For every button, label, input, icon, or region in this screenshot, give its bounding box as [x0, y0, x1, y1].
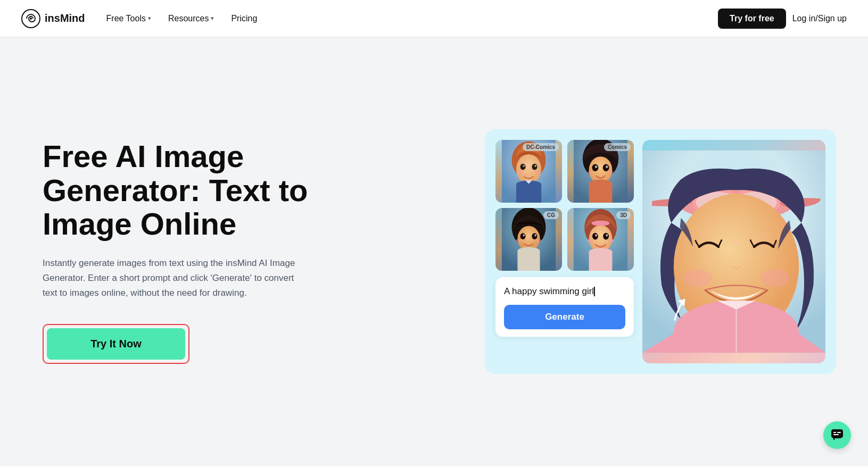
brand-name: insMind	[45, 12, 85, 24]
svg-point-32	[592, 221, 610, 226]
svg-point-26	[534, 234, 536, 236]
badge-dc-comics: DC-Comics	[523, 143, 559, 151]
demo-left: DC-Comics	[495, 140, 634, 363]
nav-pricing[interactable]: Pricing	[231, 14, 257, 23]
image-cell-4: 3D	[567, 208, 634, 271]
nav-free-tools[interactable]: Free Tools ▾	[106, 14, 151, 23]
svg-point-25	[523, 234, 525, 236]
chat-icon	[830, 428, 844, 442]
svg-point-8	[534, 165, 536, 167]
svg-rect-52	[833, 434, 839, 435]
svg-point-31	[589, 225, 613, 252]
svg-point-33	[592, 233, 598, 240]
svg-point-9	[517, 170, 523, 174]
nav-resources[interactable]: Resources ▾	[168, 14, 214, 23]
svg-point-27	[516, 239, 522, 243]
hero-title: Free AI Image Generator: Text to Image O…	[43, 139, 341, 241]
header-right: Try for free Log in/Sign up	[718, 9, 847, 29]
hero-left: Free AI Image Generator: Text to Image O…	[43, 139, 341, 364]
svg-point-28	[535, 239, 542, 243]
svg-point-17	[606, 165, 608, 168]
svg-point-36	[606, 234, 608, 237]
image-cell-2: Comics	[567, 140, 634, 203]
svg-point-15	[603, 164, 609, 171]
svg-point-48	[760, 269, 789, 287]
svg-point-18	[588, 171, 594, 174]
svg-point-24	[532, 233, 537, 239]
svg-point-19	[607, 171, 614, 174]
svg-point-23	[520, 233, 525, 239]
svg-point-38	[608, 239, 614, 243]
text-cursor	[594, 287, 595, 296]
svg-point-34	[603, 233, 609, 240]
svg-point-13	[589, 156, 613, 184]
svg-point-16	[595, 165, 597, 168]
svg-point-5	[520, 164, 525, 170]
svg-point-6	[532, 164, 537, 170]
badge-3d: 3D	[616, 211, 631, 219]
chat-support-button[interactable]	[823, 421, 851, 449]
hero-art	[642, 140, 825, 363]
svg-rect-49	[831, 429, 843, 438]
svg-point-47	[683, 269, 712, 287]
login-button[interactable]: Log in/Sign up	[792, 14, 847, 23]
logo-link[interactable]: insMind	[21, 9, 85, 28]
svg-rect-50	[833, 432, 836, 433]
prompt-box: A happy swimming girl Generate	[495, 277, 634, 337]
logo-icon	[21, 9, 40, 28]
demo-card: DC-Comics	[485, 129, 836, 374]
badge-cg: CG	[543, 211, 559, 219]
header-left: insMind Free Tools ▾ Resources ▾ Pricing	[21, 9, 257, 28]
try-it-now-button[interactable]: Try It Now	[47, 328, 185, 360]
hero-description: Instantly generate images from text usin…	[43, 256, 309, 301]
svg-point-35	[595, 234, 597, 237]
image-grid: DC-Comics	[495, 140, 634, 271]
badge-comics: Comics	[604, 143, 631, 151]
header: insMind Free Tools ▾ Resources ▾ Pricing…	[0, 0, 868, 37]
svg-point-14	[592, 164, 598, 171]
svg-point-4	[516, 154, 541, 184]
svg-point-10	[534, 170, 541, 174]
chevron-down-icon: ▾	[211, 15, 214, 22]
chevron-down-icon: ▾	[148, 15, 151, 22]
try-it-wrapper: Try It Now	[43, 324, 189, 364]
image-cell-1: DC-Comics	[495, 140, 562, 203]
image-cell-3: CG	[495, 208, 562, 271]
hero-section: Free AI Image Generator: Text to Image O…	[0, 37, 868, 466]
try-free-button[interactable]: Try for free	[718, 9, 786, 29]
svg-rect-51	[837, 432, 841, 433]
main-nav: Free Tools ▾ Resources ▾ Pricing	[106, 14, 258, 23]
svg-point-37	[587, 239, 593, 243]
generate-button[interactable]: Generate	[504, 305, 625, 329]
hero-right: DC-Comics	[373, 129, 836, 374]
big-demo-image	[642, 140, 825, 363]
prompt-text: A happy swimming girl	[504, 285, 625, 298]
svg-point-7	[523, 165, 525, 167]
svg-point-1	[30, 18, 32, 20]
